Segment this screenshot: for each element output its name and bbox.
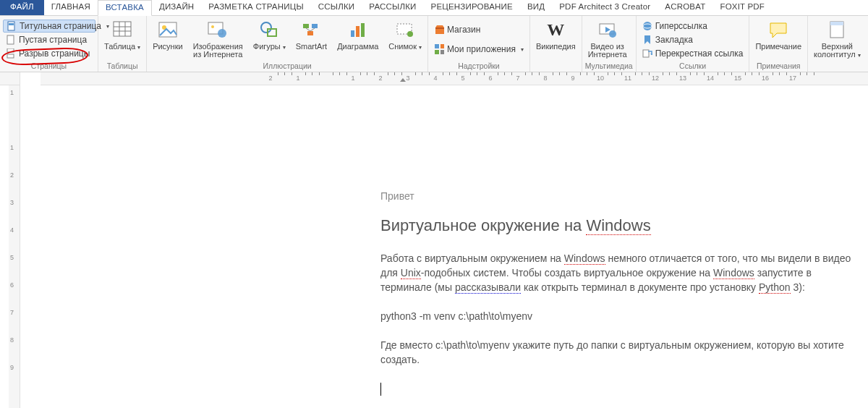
bookmark-label: Закладка [655, 35, 693, 45]
bookmark-button[interactable]: Закладка [639, 33, 746, 46]
header-button[interactable]: Верхнийколонтитул [811, 17, 864, 59]
document-area[interactable]: 1123456789 Привет Виртуальное окружение … [0, 85, 868, 408]
shapes-button[interactable]: Фигуры [250, 17, 289, 51]
doc-paragraph-2: Где вместо c:\path\to\myenv укажите путь… [380, 338, 855, 367]
tab-review[interactable]: РЕЦЕНЗИРОВАНИЕ [424, 0, 520, 15]
svg-rect-24 [361, 23, 365, 37]
svg-rect-23 [356, 26, 359, 37]
pictures-label: Рисунки [153, 43, 183, 51]
store-button[interactable]: Магазин [431, 23, 527, 36]
svg-line-20 [306, 28, 310, 31]
my-apps-label: Мои приложения [447, 44, 516, 54]
svg-point-35 [643, 22, 652, 30]
comment-icon [767, 19, 789, 41]
tab-mailings[interactable]: РАССЫЛКИ [362, 0, 423, 15]
page-break-button[interactable]: Разрыв страницы [3, 47, 95, 60]
screenshot-label: Снимок [388, 43, 422, 51]
svg-point-15 [261, 22, 271, 33]
horizontal-ruler[interactable]: 211234567891011121314151617 [41, 72, 868, 85]
hyperlink-icon [642, 21, 652, 31]
cover-page-button[interactable]: Титульная страница [3, 20, 95, 33]
wikipedia-button[interactable]: W Википедия [533, 17, 579, 51]
svg-rect-2 [7, 35, 14, 44]
svg-rect-17 [303, 24, 309, 28]
group-label-comments: Примечания [752, 61, 804, 72]
group-label-tables: Таблицы [101, 61, 143, 72]
doc-greeting: Привет [380, 190, 855, 202]
group-label-addins: Надстройки [431, 61, 527, 72]
svg-rect-37 [643, 50, 649, 57]
hyperlink-button[interactable]: Гиперссылка [639, 20, 746, 33]
svg-line-21 [310, 28, 315, 31]
cover-page-label: Титульная страница [20, 21, 101, 31]
online-pictures-icon [207, 19, 229, 41]
vertical-ruler[interactable]: 1123456789 [9, 85, 20, 408]
crossref-label: Перекрестная ссылка [655, 48, 744, 59]
svg-rect-29 [441, 44, 444, 48]
tab-design[interactable]: ДИЗАЙН [152, 0, 201, 15]
chart-button[interactable]: Диаграмма [334, 17, 381, 51]
svg-point-14 [218, 29, 226, 38]
pictures-icon [157, 19, 179, 41]
cover-page-icon [7, 21, 17, 31]
comment-label: Примечание [755, 43, 801, 51]
ribbon: Титульная страница Пустая страница Разры… [0, 16, 868, 72]
tab-insert[interactable]: ВСТАВКА [98, 0, 152, 16]
online-video-label-2: Интернета [588, 50, 627, 59]
screenshot-button[interactable]: Снимок [386, 17, 425, 51]
svg-rect-31 [441, 50, 444, 54]
crossref-icon [642, 48, 652, 59]
svg-rect-1 [9, 23, 14, 25]
blank-page-button[interactable]: Пустая страница [3, 33, 95, 46]
my-apps-button[interactable]: Мои приложения [431, 43, 527, 56]
my-apps-icon [434, 44, 444, 54]
group-label-headerfooter: Колонтитулы [811, 61, 868, 72]
tab-references[interactable]: ССЫЛКИ [311, 0, 362, 15]
crossref-button[interactable]: Перекрестная ссылка [639, 47, 746, 60]
pictures-button[interactable]: Рисунки [150, 17, 186, 51]
svg-rect-5 [114, 22, 131, 36]
comment-button[interactable]: Примечание [752, 17, 804, 51]
tab-foxit[interactable]: FOXIT PDF [712, 0, 772, 15]
blank-page-label: Пустая страница [19, 35, 87, 45]
chart-icon [347, 19, 369, 41]
svg-rect-27 [435, 27, 444, 29]
tab-view[interactable]: ВИД [520, 0, 552, 15]
text-cursor [380, 383, 381, 396]
svg-rect-30 [435, 50, 439, 54]
shapes-label: Фигуры [253, 43, 286, 51]
smartart-button[interactable]: SmartArt [293, 17, 330, 51]
tab-file[interactable]: ФАЙЛ [0, 0, 44, 15]
header-icon [826, 19, 848, 41]
chart-label: Диаграмма [337, 43, 378, 51]
svg-rect-18 [312, 24, 318, 28]
header-label-2: колонтитул [814, 50, 856, 59]
table-label: Таблица [104, 43, 140, 51]
tab-home[interactable]: ГЛАВНАЯ [44, 0, 98, 15]
group-label-pages: Страницы [3, 61, 95, 72]
blank-page-icon [6, 35, 16, 45]
svg-rect-0 [8, 22, 14, 30]
svg-rect-19 [307, 31, 313, 35]
tab-acrobat[interactable]: ACROBAT [658, 0, 712, 15]
tab-page-layout[interactable]: РАЗМЕТКА СТРАНИЦЫ [201, 0, 310, 15]
doc-paragraph-1: Работа с виртуальным окружением на Windo… [380, 251, 855, 294]
hyperlink-label: Гиперссылка [655, 21, 707, 31]
tab-pdf-architect[interactable]: PDF Architect 3 Creator [552, 0, 658, 15]
svg-point-26 [407, 31, 413, 37]
group-label-illustrations: Иллюстрации [150, 61, 425, 72]
online-video-button[interactable]: Видео изИнтернета [585, 17, 630, 59]
doc-title: Виртуальное окружение на Windows [380, 216, 855, 235]
doc-cursor-line [380, 381, 855, 396]
smartart-icon [300, 19, 322, 41]
table-button[interactable]: Таблица [101, 17, 143, 51]
online-pictures-button[interactable]: Изображенияиз Интернета [190, 17, 246, 59]
store-icon [434, 25, 444, 35]
wikipedia-icon: W [545, 19, 566, 41]
wikipedia-label: Википедия [536, 43, 576, 51]
screenshot-icon [394, 19, 416, 41]
svg-rect-3 [7, 48, 14, 52]
svg-rect-4 [7, 54, 14, 58]
table-icon [111, 19, 133, 41]
ruler-corner [0, 72, 20, 85]
